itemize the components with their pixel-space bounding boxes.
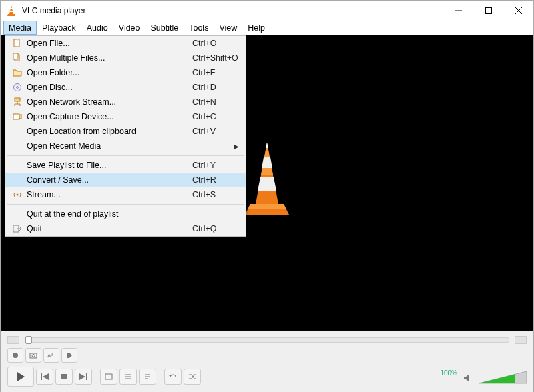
submenu-arrow-icon: ▶ [234,143,239,150]
folder-icon [11,68,24,77]
next-button[interactable] [75,369,92,385]
app-window: VLC media player Media Playback Audio Vi… [0,0,534,392]
frame-step-button[interactable] [61,348,77,363]
svg-rect-7 [14,39,19,47]
menu-item-shortcut: Ctrl+C [192,112,239,121]
media-menu-item[interactable]: Open Disc...Ctrl+D [5,80,246,95]
close-button[interactable] [503,1,533,21]
svg-rect-17 [13,114,19,119]
svg-point-18 [17,194,19,196]
menu-item-shortcut: Ctrl+Shift+O [192,53,239,63]
menu-item-label: Quit at the end of playlist [24,209,239,219]
menu-separator [7,155,244,156]
media-menu-item[interactable]: Open Capture Device...Ctrl+C [5,109,246,124]
menu-item-shortcut: Ctrl+N [192,97,239,107]
svg-rect-26 [61,374,67,379]
atob-loop-button[interactable]: Aᴮ [43,348,59,363]
svg-rect-3 [485,8,491,14]
menu-item-label: Open Network Stream... [24,97,192,107]
menu-item-label: Open Capture Device... [24,112,192,121]
menu-help[interactable]: Help [242,21,270,35]
network-icon [11,97,24,107]
mute-button[interactable] [461,371,475,385]
menu-item-label: Open Disc... [24,83,192,92]
menubar: Media Playback Audio Video Subtitle Tool… [1,21,533,35]
extended-settings-button[interactable] [119,369,137,385]
svg-point-22 [32,355,35,357]
volume-slider[interactable] [479,370,527,385]
stop-button[interactable] [55,369,73,385]
menu-item-label: Open File... [24,39,192,48]
menu-item-label: Open Folder... [24,68,192,77]
media-menu-item[interactable]: Open File...Ctrl+O [5,36,246,51]
menu-playback[interactable]: Playback [37,21,81,35]
svg-rect-28 [105,374,112,379]
svg-rect-9 [13,53,18,59]
svg-rect-1 [9,11,13,12]
media-menu-item[interactable]: Open Recent Media▶ [5,139,246,153]
menu-item-label: Open Multiple Files... [24,53,192,63]
seek-knob[interactable] [25,336,32,344]
maximize-button[interactable] [473,1,503,21]
media-menu-item[interactable]: Stream...Ctrl+S [5,187,246,202]
menu-video[interactable]: Video [113,21,146,35]
svg-rect-27 [86,373,87,380]
menu-tools[interactable]: Tools [184,21,214,35]
prev-button[interactable] [36,369,53,385]
media-menu-item[interactable]: Open Location from clipboardCtrl+V [5,124,246,139]
menu-view[interactable]: View [214,21,242,35]
volume-percent: 100% [440,369,457,377]
menu-item-shortcut: Ctrl+F [192,68,239,77]
media-menu-item[interactable]: Open Multiple Files...Ctrl+Shift+O [5,51,246,65]
media-menu-item[interactable]: Convert / Save...Ctrl+R [5,173,246,187]
disc-icon [11,83,24,92]
svg-rect-0 [10,8,13,9]
menu-item-label: Save Playlist to File... [24,161,192,170]
menu-item-shortcut: Ctrl+Y [192,161,239,170]
svg-rect-24 [67,353,69,358]
menu-audio[interactable]: Audio [81,21,113,35]
menu-item-shortcut: Ctrl+O [192,39,239,48]
stream-icon [11,190,24,199]
play-button[interactable] [7,367,34,387]
menu-media[interactable]: Media [3,21,37,35]
seek-start[interactable] [7,336,19,344]
media-menu-item[interactable]: QuitCtrl+Q [5,221,246,236]
media-menu-item[interactable]: Open Folder...Ctrl+F [5,65,246,80]
file-icon [11,39,24,48]
media-menu-item[interactable]: Open Network Stream...Ctrl+N [5,95,246,109]
fullscreen-button[interactable] [100,369,117,385]
snapshot-button[interactable] [25,348,41,363]
quit-icon [11,224,24,233]
window-title: VLC media player [22,6,443,15]
menu-item-label: Convert / Save... [24,175,192,185]
seek-end[interactable] [515,336,527,344]
media-menu-item[interactable]: Save Playlist to File...Ctrl+Y [5,158,246,173]
media-menu-item[interactable]: Quit at the end of playlist [5,207,246,221]
main-buttons-row: 100% [7,367,527,387]
media-dropdown: Open File...Ctrl+OOpen Multiple Files...… [5,35,246,237]
menu-item-shortcut: Ctrl+S [192,190,239,199]
menu-item-label: Quit [24,224,192,233]
svg-point-11 [17,87,19,89]
window-controls [443,1,533,21]
menu-item-shortcut: Ctrl+D [192,83,239,92]
record-button[interactable] [7,348,23,363]
seek-slider[interactable] [25,337,509,343]
vlc-cone-icon [6,5,17,17]
minimize-button[interactable] [443,1,473,21]
svg-rect-25 [41,373,42,380]
files-icon [11,53,24,63]
playlist-button[interactable] [139,369,156,385]
svg-point-20 [13,353,18,358]
menu-item-shortcut: Ctrl+R [192,175,239,185]
volume-control: 100% [440,369,527,385]
seek-row [7,335,527,344]
menu-subtitle[interactable]: Subtitle [146,21,184,35]
loop-button[interactable] [164,369,182,385]
menu-separator [7,204,244,205]
shuffle-button[interactable] [184,369,201,385]
svg-text:Aᴮ: Aᴮ [47,353,53,359]
menu-item-label: Stream... [24,190,192,199]
controls-bar: Aᴮ 100% [1,331,533,392]
